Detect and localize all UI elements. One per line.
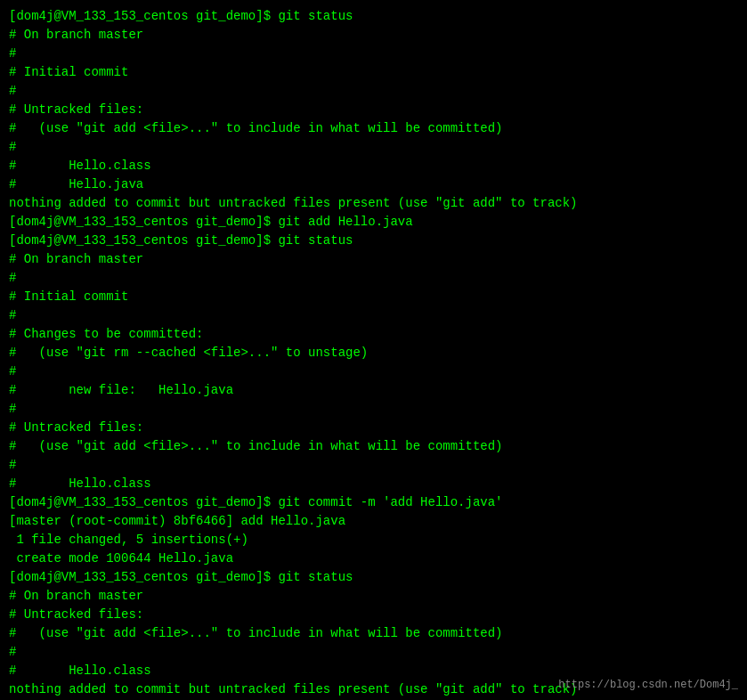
- terminal-line: # Initial commit: [9, 288, 738, 306]
- terminal-line: [dom4j@VM_133_153_centos git_demo]$ git …: [9, 493, 738, 512]
- terminal-content: [dom4j@VM_133_153_centos git_demo]$ git …: [9, 7, 738, 700]
- terminal-line: # (use "git add <file>..." to include in…: [9, 119, 738, 138]
- terminal-line: #: [9, 306, 738, 325]
- terminal-line: # Initial commit: [9, 63, 738, 82]
- terminal-line: [dom4j@VM_133_153_centos git_demo]$ git …: [9, 232, 738, 250]
- terminal-line: #: [9, 138, 738, 157]
- terminal-line: #: [9, 362, 738, 381]
- terminal-line: # On branch master: [9, 26, 738, 45]
- terminal-line: [dom4j@VM_133_153_centos git_demo]$ git …: [9, 568, 738, 587]
- watermark: https://blog.csdn.net/Dom4j_: [558, 677, 738, 693]
- terminal-line: #: [9, 643, 738, 662]
- terminal-line: #: [9, 45, 738, 63]
- terminal-window: [dom4j@VM_133_153_centos git_demo]$ git …: [0, 0, 747, 700]
- terminal-line: [master (root-commit) 8bf6466] add Hello…: [9, 512, 738, 531]
- terminal-line: # (use "git rm --cached <file>..." to un…: [9, 344, 738, 362]
- terminal-line: # Untracked files:: [9, 101, 738, 119]
- terminal-line: # (use "git add <file>..." to include in…: [9, 437, 738, 456]
- terminal-line: [dom4j@VM_133_153_centos git_demo]$ git …: [9, 7, 738, 26]
- terminal-line: # (use "git add <file>..." to include in…: [9, 624, 738, 643]
- terminal-line: # Hello.class: [9, 475, 738, 493]
- terminal-line: create mode 100644 Hello.java: [9, 549, 738, 568]
- terminal-line: # On branch master: [9, 587, 738, 606]
- terminal-line: nothing added to commit but untracked fi…: [9, 194, 738, 213]
- terminal-line: #: [9, 456, 738, 475]
- terminal-line: # Hello.class: [9, 157, 738, 175]
- terminal-line: # Changes to be committed:: [9, 325, 738, 344]
- terminal-line: #: [9, 400, 738, 419]
- terminal-line: #: [9, 269, 738, 288]
- terminal-line: # Untracked files:: [9, 419, 738, 437]
- terminal-line: #: [9, 82, 738, 101]
- terminal-line: # new file: Hello.java: [9, 381, 738, 400]
- terminal-line: # Untracked files:: [9, 606, 738, 624]
- terminal-line: 1 file changed, 5 insertions(+): [9, 531, 738, 549]
- terminal-line: # Hello.java: [9, 175, 738, 194]
- terminal-line: [dom4j@VM_133_153_centos git_demo]$ git …: [9, 213, 738, 232]
- terminal-line: # On branch master: [9, 250, 738, 269]
